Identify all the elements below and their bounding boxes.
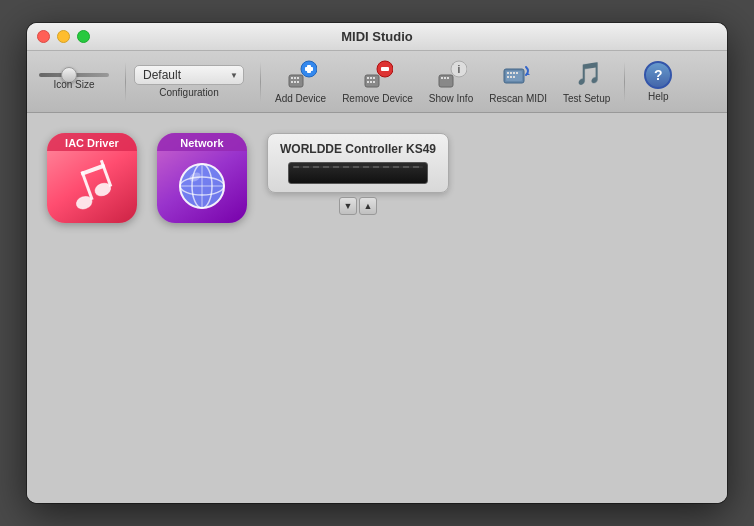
worldde-down-arrow[interactable]: ▼ (339, 197, 357, 215)
remove-device-label: Remove Device (342, 93, 413, 104)
icon-size-section: Icon Size (39, 73, 109, 90)
svg-rect-9 (305, 67, 313, 71)
window-title: MIDI Studio (341, 29, 413, 44)
test-setup-icon: 🎵 (571, 59, 603, 91)
svg-rect-21 (444, 77, 446, 79)
show-info-icon: i (435, 59, 467, 91)
svg-rect-22 (447, 77, 449, 79)
help-icon: ? (644, 61, 672, 89)
rescan-midi-icon (502, 59, 534, 91)
worldde-keyboard (288, 162, 428, 184)
close-button[interactable] (37, 30, 50, 43)
rescan-midi-label: Rescan MIDI (489, 93, 547, 104)
svg-rect-5 (294, 81, 296, 83)
toolbar: Icon Size Default Configuration (27, 51, 727, 113)
iac-driver-icon-box: IAC Driver (47, 133, 137, 223)
add-device-label: Add Device (275, 93, 326, 104)
iac-driver-device[interactable]: IAC Driver (47, 133, 137, 223)
svg-rect-1 (291, 77, 293, 79)
icon-size-label: Icon Size (53, 79, 94, 90)
configuration-label: Configuration (159, 87, 218, 98)
iac-driver-label: IAC Driver (47, 133, 137, 151)
configuration-section: Default Configuration (134, 65, 244, 98)
network-icon-box: Network (157, 133, 247, 223)
help-button[interactable]: ? Help (633, 59, 683, 104)
test-setup-label: Test Setup (563, 93, 610, 104)
iac-driver-content (63, 157, 121, 215)
svg-rect-2 (294, 77, 296, 79)
svg-rect-30 (516, 72, 518, 74)
test-setup-button[interactable]: 🎵 Test Setup (557, 57, 616, 106)
titlebar: MIDI Studio (27, 23, 727, 51)
svg-rect-27 (507, 72, 509, 74)
separator-3 (624, 62, 625, 102)
worldde-title: WORLDDE Controller KS49 (280, 142, 436, 156)
svg-text:i: i (458, 64, 461, 75)
svg-rect-33 (513, 76, 515, 78)
iac-music-icon (63, 157, 121, 215)
svg-rect-29 (513, 72, 515, 74)
svg-rect-4 (291, 81, 293, 83)
network-label: Network (157, 133, 247, 151)
svg-rect-28 (510, 72, 512, 74)
svg-rect-12 (370, 77, 372, 79)
svg-rect-13 (373, 77, 375, 79)
svg-rect-6 (297, 81, 299, 83)
separator-2 (260, 62, 261, 102)
svg-rect-39 (81, 164, 106, 176)
network-content (175, 159, 230, 214)
remove-device-icon (361, 59, 393, 91)
svg-rect-14 (367, 81, 369, 83)
traffic-lights (37, 30, 90, 43)
network-globe-icon (175, 159, 230, 214)
show-info-label: Show Info (429, 93, 473, 104)
rescan-midi-button[interactable]: Rescan MIDI (483, 57, 553, 106)
worldde-up-arrow[interactable]: ▲ (359, 197, 377, 215)
separator-1 (125, 62, 126, 102)
svg-rect-16 (373, 81, 375, 83)
svg-rect-32 (510, 76, 512, 78)
remove-device-button[interactable]: Remove Device (336, 57, 419, 106)
minimize-button[interactable] (57, 30, 70, 43)
svg-rect-19 (439, 75, 453, 87)
svg-rect-3 (297, 77, 299, 79)
add-device-icon (285, 59, 317, 91)
maximize-button[interactable] (77, 30, 90, 43)
svg-text:🎵: 🎵 (575, 60, 603, 87)
icon-size-slider[interactable] (39, 73, 109, 77)
network-device[interactable]: Network (157, 133, 247, 223)
help-label: Help (648, 91, 669, 102)
add-device-button[interactable]: Add Device (269, 57, 332, 106)
svg-rect-20 (441, 77, 443, 79)
show-info-button[interactable]: i Show Info (423, 57, 479, 106)
svg-rect-15 (370, 81, 372, 83)
content-area: IAC Driver Network (27, 113, 727, 503)
svg-rect-31 (507, 76, 509, 78)
midi-studio-window: MIDI Studio Icon Size Default Configurat… (27, 23, 727, 503)
configuration-select[interactable]: Default (134, 65, 244, 85)
worldde-arrows: ▼ ▲ (339, 197, 377, 215)
svg-rect-11 (367, 77, 369, 79)
worldde-device[interactable]: WORLDDE Controller KS49 ▼ ▲ (267, 133, 449, 223)
worldde-box: WORLDDE Controller KS49 (267, 133, 449, 193)
svg-rect-18 (381, 67, 389, 71)
